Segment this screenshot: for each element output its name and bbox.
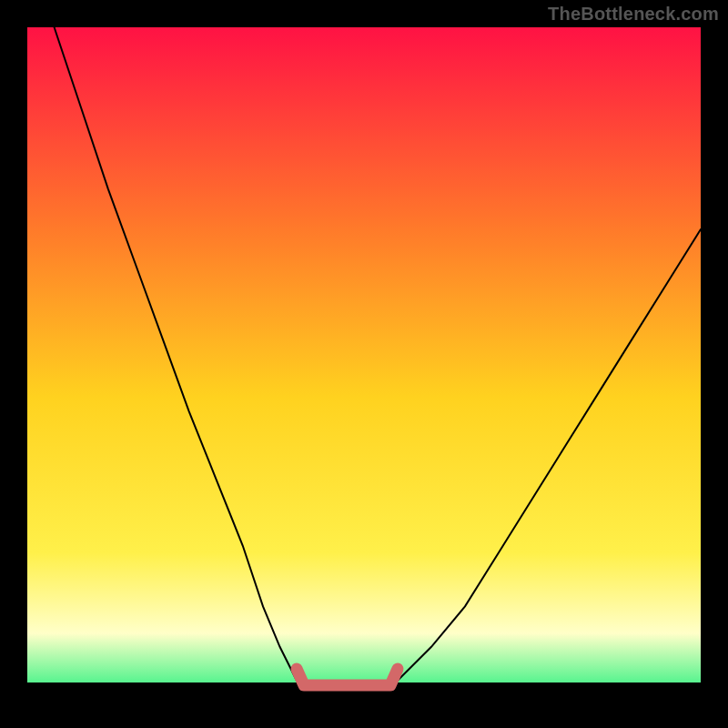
bottleneck-chart [0,0,728,728]
plot-background [27,27,701,701]
chart-stage: TheBottleneck.com [0,0,728,728]
watermark-label: TheBottleneck.com [548,4,719,25]
